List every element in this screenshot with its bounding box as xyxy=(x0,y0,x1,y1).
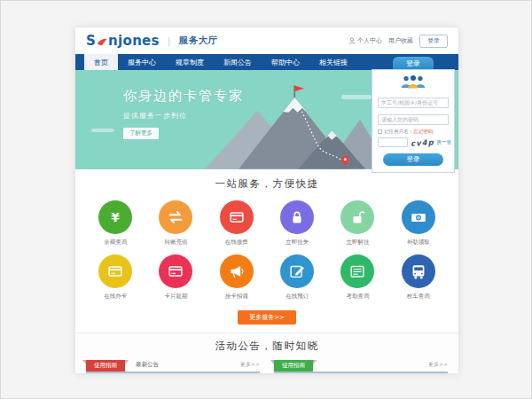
nav-item-help[interactable]: 帮助中心 xyxy=(262,54,309,70)
found-card-circle xyxy=(220,254,254,288)
username-input[interactable] xyxy=(378,98,449,108)
left-tabbar: 使用指南 最新公告 更多>> xyxy=(86,361,260,373)
nav-item-rules[interactable]: 规章制度 xyxy=(166,54,214,70)
banner-cta-button[interactable]: 了解更多 xyxy=(123,128,159,139)
login-options: 记住用户名 | 忘记密码 xyxy=(378,129,449,135)
service-item-report-loss[interactable]: 立即挂失 xyxy=(267,200,327,246)
attendance-icon xyxy=(348,262,367,281)
service-item-subsidy[interactable]: 补助领取 xyxy=(388,200,449,246)
login-form: 记住用户名 | 忘记密码 cv4p 换一张 登录 xyxy=(372,69,455,173)
card-icon xyxy=(106,262,125,281)
tab-usage-guide-left[interactable]: 使用指南 xyxy=(86,360,125,372)
cloud-decor xyxy=(91,129,114,132)
banner-title: 你身边的卡管专家 xyxy=(123,88,244,105)
services-grid: ¥ 余额查询 转账充值 xyxy=(85,200,449,301)
lock-icon xyxy=(287,207,307,227)
service-item-card-extension[interactable]: 卡片延期 xyxy=(145,254,206,301)
header: S njones | 服务大厅 个人中心 用户收藏 登录 xyxy=(75,27,458,54)
header-right: 个人中心 用户收藏 登录 xyxy=(348,35,448,48)
school-bus-circle xyxy=(402,254,435,288)
edit-icon xyxy=(287,262,307,281)
remember-checkbox[interactable] xyxy=(378,129,382,134)
nav-item-home[interactable]: 首页 xyxy=(84,54,118,70)
announcement-left-column: 使用指南 最新公告 更多>> xyxy=(86,361,260,373)
more-services-button[interactable]: 更多服务>> xyxy=(238,310,296,325)
card-extension-circle xyxy=(159,254,192,288)
service-item-transfer[interactable]: 转账充值 xyxy=(145,200,206,246)
megaphone-icon xyxy=(227,262,246,281)
page: S njones | 服务大厅 个人中心 用户收藏 登录 首页 服务中心 规章制… xyxy=(75,27,458,373)
person-icon xyxy=(348,37,356,44)
transfer-circle xyxy=(159,200,192,234)
change-captcha-link[interactable]: 换一张 xyxy=(437,139,452,145)
services-section: 一站服务，方便快捷 ¥ 余额查询 转账充值 xyxy=(75,169,458,325)
users-group-icon xyxy=(400,74,426,90)
right-tabbar: 使用指南 更多>> xyxy=(274,361,448,373)
brand-logo[interactable]: S njones | 服务大厅 xyxy=(86,33,217,49)
tab-latest-announcements[interactable]: 最新公告 xyxy=(125,361,169,372)
remember-label: 记住用户名 xyxy=(384,129,409,135)
brand-text-rest: njones xyxy=(108,33,160,49)
svg-text:¥: ¥ xyxy=(111,210,120,224)
service-item-cancel-loss[interactable]: 立即解挂 xyxy=(327,200,387,246)
service-item-pay[interactable]: 在线缴费 xyxy=(207,200,267,246)
personal-center-label: 个人中心 xyxy=(357,36,382,45)
cancel-loss-circle xyxy=(340,200,374,234)
right-more-link[interactable]: 更多>> xyxy=(428,361,448,372)
report-loss-circle xyxy=(280,200,314,234)
login-panel: 登录 记住用户名 | 忘记密码 cv4p 换一张 xyxy=(372,57,455,173)
service-item-school-bus[interactable]: 校车查询 xyxy=(388,254,449,301)
service-item-found-card[interactable]: 拾卡招领 xyxy=(207,254,267,301)
subsidy-circle xyxy=(402,200,435,234)
announcement-columns: 使用指南 最新公告 更多>> 使用指南 更多>> xyxy=(75,361,458,373)
bus-icon xyxy=(409,262,428,281)
password-input[interactable] xyxy=(378,114,449,125)
attendance-circle xyxy=(340,254,374,288)
options-separator: | xyxy=(411,129,412,135)
personal-center-link[interactable]: 个人中心 xyxy=(348,36,382,45)
banknote-icon xyxy=(409,207,428,227)
tab-usage-guide-right[interactable]: 使用指南 xyxy=(274,360,313,372)
captcha-input[interactable] xyxy=(378,137,408,147)
nav-item-news[interactable]: 新闻公告 xyxy=(214,54,262,70)
login-submit-button[interactable]: 登录 xyxy=(383,153,444,166)
announcement-right-column: 使用指南 更多>> xyxy=(274,361,448,373)
brand-divider: | xyxy=(168,35,171,47)
announcements-title: 活动公告，随时知晓 xyxy=(75,340,458,353)
service-item-balance[interactable]: ¥ 余额查询 xyxy=(85,200,145,246)
announcements-section: 活动公告，随时知晓 使用指南 最新公告 更多>> 使用指南 更多>> xyxy=(75,332,458,373)
captcha-image[interactable]: cv4p xyxy=(411,137,434,147)
balance-circle: ¥ xyxy=(98,200,132,234)
header-login-button[interactable]: 登录 xyxy=(419,35,448,48)
site-name: 服务大厅 xyxy=(179,35,217,47)
card-icon xyxy=(166,262,185,281)
banner-subtitle: 提供服务一步到位 xyxy=(123,111,244,121)
service-item-attendance[interactable]: 考勤查询 xyxy=(327,254,387,301)
banner-text: 你身边的卡管专家 提供服务一步到位 了解更多 xyxy=(123,88,244,139)
user-favorites-link[interactable]: 用户收藏 xyxy=(388,36,413,45)
service-item-apply-card[interactable]: 在线办卡 xyxy=(85,254,145,301)
nav-item-links[interactable]: 相关链接 xyxy=(309,54,357,70)
login-tab[interactable]: 登录 xyxy=(393,57,434,69)
service-item-online-booking[interactable]: 在线预订 xyxy=(267,254,327,301)
pay-circle xyxy=(220,200,254,234)
apply-card-circle xyxy=(98,254,132,288)
left-more-link[interactable]: 更多>> xyxy=(240,361,260,372)
card-icon xyxy=(227,207,246,227)
forgot-password-link[interactable]: 忘记密码 xyxy=(413,129,433,135)
services-title: 一站服务，方便快捷 xyxy=(75,177,458,191)
brand-swoosh-icon xyxy=(97,35,107,47)
unlock-icon xyxy=(348,207,367,227)
brand-text-s: S xyxy=(86,33,96,49)
captcha-row: cv4p 换一张 xyxy=(378,137,449,147)
online-booking-circle xyxy=(280,254,314,288)
nav-item-service-center[interactable]: 服务中心 xyxy=(118,54,166,70)
yen-icon: ¥ xyxy=(106,207,125,227)
transfer-icon xyxy=(166,207,185,227)
